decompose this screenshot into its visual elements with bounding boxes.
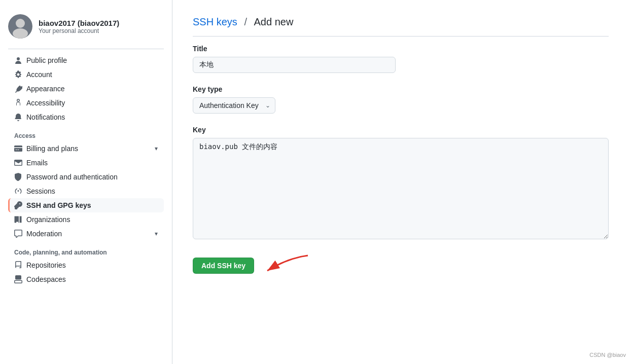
access-nav: Billing and plans ▾ Emails Password and … xyxy=(8,141,164,241)
user-info: biaov2017 (biaov2017) Your personal acco… xyxy=(39,19,119,34)
sidebar-item-appearance[interactable]: Appearance xyxy=(8,82,164,96)
sidebar-item-emails[interactable]: Emails xyxy=(8,156,164,170)
sidebar-item-codespaces[interactable]: Codespaces xyxy=(8,272,164,286)
person-icon xyxy=(14,56,22,64)
user-name: biaov2017 (biaov2017) xyxy=(39,19,119,27)
organizations-icon xyxy=(14,215,22,224)
sidebar: biaov2017 (biaov2017) Your personal acco… xyxy=(0,0,172,364)
broadcast-icon xyxy=(14,187,22,195)
title-input[interactable] xyxy=(193,57,396,73)
sidebar-item-label: Notifications xyxy=(26,113,65,121)
main-nav: Public profile Account Appearance Access… xyxy=(8,53,164,124)
key-label: Key xyxy=(193,126,609,134)
sidebar-item-repositories[interactable]: Repositories xyxy=(8,258,164,272)
sidebar-item-moderation[interactable]: Moderation ▾ xyxy=(8,227,164,241)
moderation-icon xyxy=(14,230,22,238)
sidebar-item-label: Emails xyxy=(26,159,48,167)
sidebar-item-label: Repositories xyxy=(26,261,66,269)
sidebar-item-label: Sessions xyxy=(26,187,55,195)
repo-icon xyxy=(14,261,22,269)
sidebar-item-account[interactable]: Account xyxy=(8,67,164,82)
key-type-select[interactable]: Authentication Key Signing Key xyxy=(193,97,275,114)
sidebar-item-label: Billing and plans xyxy=(26,144,78,153)
key-type-label: Key type xyxy=(193,85,609,93)
sidebar-item-label: Account xyxy=(26,70,52,79)
sidebar-item-password-and-authentication[interactable]: Password and authentication xyxy=(8,170,164,184)
breadcrumb-current: Add new xyxy=(254,16,294,27)
user-subtitle: Your personal account xyxy=(39,27,119,34)
main-content: SSH keys / Add new Title Key type Authen… xyxy=(172,0,629,364)
sidebar-item-label: Codespaces xyxy=(26,275,66,283)
svg-point-2 xyxy=(13,28,28,39)
title-label: Title xyxy=(193,45,609,53)
sidebar-item-label: Accessibility xyxy=(26,99,65,107)
accessibility-icon xyxy=(14,99,22,107)
sidebar-item-billing-and-plans[interactable]: Billing and plans ▾ xyxy=(8,141,164,156)
watermark: CSDN @biaov xyxy=(589,352,626,358)
key-type-select-wrapper: Authentication Key Signing Key ⌄ xyxy=(193,97,275,114)
access-section-label: Access xyxy=(8,124,164,141)
code-nav: Repositories Codespaces xyxy=(8,258,164,286)
sidebar-item-public-profile[interactable]: Public profile xyxy=(8,53,164,67)
shield-icon xyxy=(14,173,22,181)
sidebar-item-notifications[interactable]: Notifications xyxy=(8,110,164,124)
arrow-annotation xyxy=(262,253,313,278)
sidebar-item-label: Password and authentication xyxy=(26,173,118,181)
title-form-group: Title xyxy=(193,45,609,73)
sidebar-item-organizations[interactable]: Organizations xyxy=(8,212,164,227)
breadcrumb: SSH keys / Add new xyxy=(193,16,609,37)
paintbrush-icon xyxy=(14,85,22,93)
sidebar-item-label: SSH and GPG keys xyxy=(26,201,91,209)
key-icon xyxy=(14,201,22,209)
sidebar-item-label: Organizations xyxy=(26,215,70,224)
key-form-group: Key biaov.pub 文件的内容 xyxy=(193,126,609,241)
billing-icon xyxy=(14,144,22,153)
add-ssh-key-button[interactable]: Add SSH key xyxy=(193,258,254,274)
gear-icon xyxy=(14,70,22,79)
sidebar-item-label: Moderation xyxy=(26,230,62,238)
svg-point-1 xyxy=(16,19,25,28)
mail-icon xyxy=(14,159,22,167)
key-type-form-group: Key type Authentication Key Signing Key … xyxy=(193,85,609,114)
key-textarea[interactable]: biaov.pub 文件的内容 xyxy=(193,138,609,239)
breadcrumb-ssh-keys-link[interactable]: SSH keys xyxy=(193,16,237,27)
avatar xyxy=(8,14,32,39)
code-section-label: Code, planning, and automation xyxy=(8,241,164,258)
sidebar-item-sessions[interactable]: Sessions xyxy=(8,184,164,198)
chevron-down-icon: ▾ xyxy=(155,230,158,237)
add-button-container: Add SSH key xyxy=(193,253,609,278)
breadcrumb-separator: / xyxy=(244,16,250,27)
sidebar-item-label: Appearance xyxy=(26,85,65,93)
user-header: biaov2017 (biaov2017) Your personal acco… xyxy=(8,10,164,49)
sidebar-item-accessibility[interactable]: Accessibility xyxy=(8,96,164,110)
codespaces-icon xyxy=(14,275,22,283)
bell-icon xyxy=(14,113,22,121)
sidebar-item-ssh-and-gpg-keys[interactable]: SSH and GPG keys xyxy=(8,198,164,212)
chevron-down-icon: ▾ xyxy=(155,145,158,152)
sidebar-item-label: Public profile xyxy=(26,56,67,64)
